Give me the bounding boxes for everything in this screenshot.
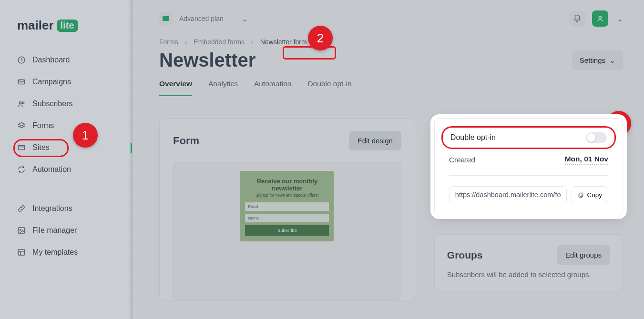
chevron-down-icon[interactable]: ⌄ — [242, 14, 248, 23]
chevron-down-icon: ⌄ — [609, 56, 615, 65]
copy-button-label: Copy — [587, 191, 602, 199]
brand-part1: mailer — [17, 18, 54, 33]
chevron-down-icon[interactable]: ⌄ — [617, 14, 623, 23]
form-card: Form Edit design Receive our monthlynews… — [159, 118, 415, 300]
form-card-title: Form — [173, 135, 349, 147]
content-row: Form Edit design Receive our monthlynews… — [159, 118, 623, 300]
refresh-icon — [17, 165, 26, 174]
groups-panel: Groups Edit groups Subscribers will be a… — [434, 234, 623, 291]
sidebar-item-templates[interactable]: My templates — [9, 241, 123, 263]
sidebar-item-label: Sites — [32, 143, 50, 152]
envelope-icon — [17, 78, 26, 86]
svg-rect-10 — [579, 194, 583, 198]
sidebar-item-campaigns[interactable]: Campaigns — [9, 71, 123, 93]
right-column: Double opt-in Created Mon, 01 Nov https:… — [434, 118, 623, 291]
clock-icon — [17, 56, 26, 64]
clipboard-icon — [578, 192, 584, 198]
credit-card-icon — [17, 143, 26, 152]
groups-desc: Subscribers will be added to selected gr… — [447, 269, 610, 280]
sidebar-item-label: Campaigns — [32, 78, 71, 86]
brand-logo: mailerlite — [0, 0, 132, 49]
breadcrumb-current: Newsletter form — [260, 38, 307, 46]
sidebar-item-label: My templates — [32, 248, 78, 257]
settings-button[interactable]: Settings ⌄ — [572, 50, 623, 70]
template-icon — [17, 248, 26, 257]
bell-icon — [573, 14, 582, 23]
sidebar-item-label: Integrations — [32, 204, 72, 213]
edit-groups-button[interactable]: Edit groups — [557, 245, 610, 265]
svg-rect-7 — [18, 249, 25, 255]
optin-highlight-ring: Double opt-in — [441, 126, 616, 149]
preview-subscribe-button: Subscribe — [245, 225, 329, 236]
chevron-right-icon: › — [251, 38, 254, 46]
sidebar-item-label: File manager — [32, 226, 77, 235]
svg-point-3 — [22, 102, 24, 104]
tab-double-optin[interactable]: Double opt-in — [307, 76, 351, 96]
tab-automation[interactable]: Automation — [254, 76, 291, 96]
page-title: Newsletter — [159, 50, 563, 71]
svg-point-6 — [20, 229, 21, 230]
topbar: Advanced plan ⌄ ⌄ — [159, 10, 623, 27]
plan-label: Advanced plan — [179, 15, 224, 22]
callout-1: 1 — [73, 123, 98, 148]
title-row: Newsletter Settings ⌄ — [159, 50, 623, 71]
sidebar-item-automation[interactable]: Automation — [9, 159, 123, 180]
preview-headline2: newsletter — [272, 185, 302, 192]
sidebar-item-forms[interactable]: Forms — [9, 115, 123, 137]
user-icon — [596, 14, 604, 23]
optin-label: Double opt-in — [450, 133, 580, 142]
sidebar-item-subscribers[interactable]: Subscribers — [9, 93, 123, 115]
sidebar-item-label: Forms — [32, 121, 54, 130]
sidebar-nav: Dashboard Campaigns Subscribers Forms Si… — [0, 49, 132, 263]
chevron-right-icon: › — [185, 38, 187, 46]
users-icon — [17, 100, 26, 108]
sidebar-item-dashboard[interactable]: Dashboard — [9, 49, 123, 71]
svg-rect-9 — [580, 193, 583, 197]
edit-design-button[interactable]: Edit design — [349, 131, 401, 150]
breadcrumbs: Forms › Embedded forms › Newsletter form — [159, 38, 623, 46]
svg-rect-4 — [18, 146, 25, 150]
notifications-button[interactable] — [569, 10, 585, 27]
sidebar: mailerlite Dashboard Campaigns Subscribe… — [0, 0, 133, 319]
tab-analytics[interactable]: Analytics — [208, 76, 238, 96]
callout-2: 2 — [308, 26, 333, 50]
link-icon — [17, 204, 26, 213]
svg-rect-5 — [18, 228, 25, 233]
breadcrumb-forms[interactable]: Forms — [159, 38, 178, 46]
brand-part2: lite — [57, 20, 78, 32]
breadcrumb-embedded[interactable]: Embedded forms — [194, 38, 245, 46]
main-area: Advanced plan ⌄ ⌄ Forms › Embedded forms… — [133, 0, 644, 319]
svg-point-8 — [599, 16, 601, 19]
groups-title: Groups — [447, 249, 557, 261]
account-avatar[interactable] — [592, 10, 608, 27]
svg-point-2 — [20, 102, 22, 104]
sidebar-item-filemanager[interactable]: File manager — [9, 219, 123, 241]
preview-subtext: Signup for news and special offers! — [245, 193, 329, 198]
sidebar-active-indicator — [131, 143, 132, 153]
sidebar-item-label: Subscribers — [32, 100, 72, 108]
image-icon — [17, 226, 26, 235]
created-value: Mon, 01 Nov — [565, 155, 608, 165]
form-preview: Receive our monthlynewsletter Signup for… — [173, 162, 401, 300]
sidebar-item-label: Automation — [32, 165, 71, 174]
optin-toggle[interactable] — [586, 132, 607, 143]
settings-button-label: Settings — [580, 56, 605, 64]
plan-chip-icon — [159, 12, 173, 25]
sidebar-item-integrations[interactable]: Integrations — [9, 198, 123, 219]
preview-headline1: Receive our monthly — [256, 178, 317, 185]
tab-overview[interactable]: Overview — [159, 76, 192, 96]
sidebar-item-label: Dashboard — [32, 56, 70, 64]
sidebar-item-sites[interactable]: Sites — [9, 137, 123, 159]
preview-email-field: Email — [245, 202, 329, 211]
tabs: Overview Analytics Automation Double opt… — [159, 76, 623, 96]
preview-name-field: Name — [245, 214, 329, 222]
copy-button[interactable]: Copy — [572, 186, 608, 203]
info-panel: Double opt-in Created Mon, 01 Nov https:… — [434, 118, 623, 215]
form-preview-inner: Receive our monthlynewsletter Signup for… — [240, 171, 334, 241]
layers-icon — [17, 121, 26, 130]
share-url-field[interactable]: https://dashboard.mailerlite.com/fo — [449, 186, 567, 203]
created-label: Created — [449, 156, 565, 164]
